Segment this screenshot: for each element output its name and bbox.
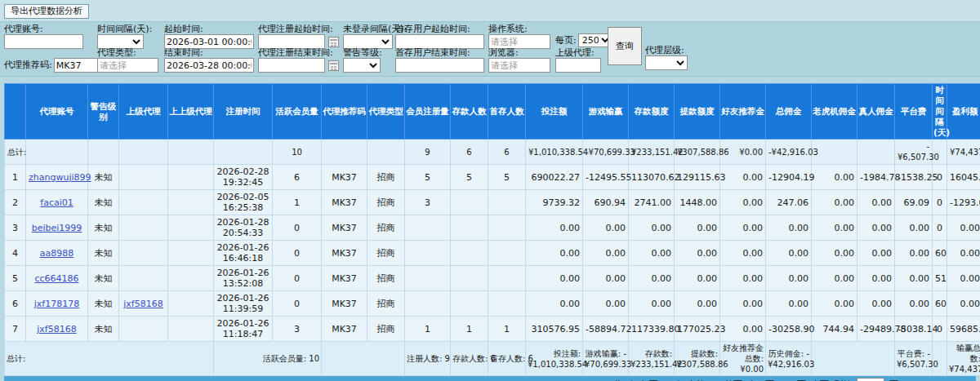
cell: 2026-02-28 19:32:45 bbox=[214, 165, 273, 190]
table-row: 1zhangwuji899未知2026-02-28 19:32:456MK37招… bbox=[5, 165, 980, 190]
goto-page-select[interactable]: 1 bbox=[857, 378, 884, 381]
cell: 未知 bbox=[88, 165, 119, 190]
per-page-label: 每页: bbox=[555, 36, 577, 46]
cell bbox=[168, 215, 214, 241]
summary-cell: 输赢总数: ¥74,437.44 bbox=[947, 342, 980, 376]
cell: 1 bbox=[405, 317, 451, 342]
summary-cell: 历史佣金: - ¥42,916.03 bbox=[766, 342, 812, 376]
cell bbox=[119, 165, 168, 190]
cell: 51 bbox=[933, 266, 947, 291]
column-header-15: 提款额度 bbox=[675, 84, 720, 140]
column-header-14: 存款额度 bbox=[629, 84, 675, 140]
cell: MK37 bbox=[322, 317, 368, 342]
cell bbox=[119, 190, 168, 215]
first-dep-end-input[interactable] bbox=[395, 58, 484, 73]
cell: 未知 bbox=[88, 241, 119, 266]
column-header-17: 总佣金 bbox=[766, 84, 812, 140]
filter-agent-reg-start: 代理注册起始时间: bbox=[258, 24, 339, 49]
end-time-label: 结束时间: bbox=[164, 48, 254, 58]
summary-cell: 存款数: ¥233,151.42 bbox=[629, 342, 675, 376]
cell: 0.00 bbox=[895, 241, 933, 266]
search-button[interactable]: 查询 bbox=[608, 27, 642, 65]
cell: 0.00 bbox=[526, 215, 583, 241]
filter-end-time: 结束时间: bbox=[164, 48, 254, 73]
column-header-0 bbox=[5, 84, 26, 140]
agent-reg-end-input[interactable] bbox=[258, 58, 325, 73]
filter-parent-agent: 上级代理: bbox=[555, 48, 601, 73]
parent-agent-input[interactable] bbox=[555, 58, 601, 73]
column-header-5: 注册时间 bbox=[214, 84, 273, 140]
cell: 2 bbox=[5, 190, 26, 215]
warn-level-select[interactable] bbox=[343, 58, 381, 73]
agent-account-link[interactable]: facai01 bbox=[40, 197, 73, 208]
cell: 0.00 bbox=[526, 241, 583, 266]
table-row: 2facai01未知2026-02-05 16:25:381MK37招商3973… bbox=[5, 190, 980, 215]
cell: 招商 bbox=[368, 291, 405, 317]
cell: 7 bbox=[5, 317, 26, 342]
cell: 0.00 bbox=[858, 266, 895, 291]
summary-cell: 提款数: ¥307,588.86 bbox=[675, 342, 720, 376]
cell: -30258.90 bbox=[766, 317, 812, 342]
cell: 16045.01 bbox=[947, 165, 980, 190]
cell: 未知 bbox=[88, 215, 119, 241]
end-time-input[interactable] bbox=[164, 58, 254, 73]
cell: 3 bbox=[405, 190, 451, 215]
cell: beibei1999 bbox=[26, 215, 88, 241]
cell: 310576.95 bbox=[526, 317, 583, 342]
cell bbox=[451, 241, 488, 266]
column-header-19: 真人佣金 bbox=[858, 84, 895, 140]
column-header-11: 首存人数 bbox=[488, 84, 526, 140]
cell: 0 bbox=[273, 241, 322, 266]
agent-account-input[interactable] bbox=[4, 34, 83, 49]
filter-browser: 浏览器: bbox=[488, 48, 550, 73]
summary-cell bbox=[933, 342, 947, 376]
agent-account-link[interactable]: jxf58168 bbox=[123, 299, 163, 309]
cell: 9 bbox=[405, 140, 451, 165]
summary-cell: 好友推荐金总数: ¥0.00 bbox=[720, 342, 766, 376]
cell: 2026-01-26 11:18:47 bbox=[214, 317, 273, 342]
cell: 10 bbox=[273, 140, 322, 165]
cell bbox=[168, 317, 214, 342]
agent-account-link[interactable]: beibei1999 bbox=[32, 223, 82, 233]
agent-data-table: 代理账号警告级别上级代理上上级代理注册时间活跃会员量代理推荐码代理类型会员注册量… bbox=[4, 83, 980, 376]
cell: 2026-01-26 11:39:59 bbox=[214, 291, 273, 317]
browser-input[interactable] bbox=[488, 58, 550, 73]
browser-label: 浏览器: bbox=[488, 48, 550, 58]
column-header-10: 存款人数 bbox=[451, 84, 488, 140]
cell: 2026-01-28 20:54:33 bbox=[214, 215, 273, 241]
table-row: 3beibei1999未知2026-01-28 20:54:330MK37招商0… bbox=[5, 215, 980, 241]
filter-start-time: 起始时间: bbox=[164, 24, 254, 49]
agent-level-select[interactable] bbox=[645, 55, 688, 70]
agent-type-input[interactable] bbox=[97, 58, 158, 73]
cell: 0.00 bbox=[766, 291, 812, 317]
summary-cell: 游戏输赢: - ¥70,699.33 bbox=[583, 342, 629, 376]
cell: 0.00 bbox=[858, 241, 895, 266]
cell: 0.00 bbox=[583, 241, 629, 266]
agent-account-link[interactable]: aa8988 bbox=[40, 248, 74, 259]
cell: 0 bbox=[933, 190, 947, 215]
cell: -5038.14 bbox=[895, 317, 933, 342]
cell: -12904.19 bbox=[766, 165, 812, 190]
filter-first-dep-start: 首存用户起始时间: bbox=[395, 24, 484, 49]
cell bbox=[88, 140, 119, 165]
cell bbox=[451, 291, 488, 317]
cell bbox=[405, 266, 451, 291]
top-bar: 导出代理数据分析 bbox=[0, 0, 980, 21]
agent-account-link[interactable]: zhangwuji899 bbox=[29, 172, 91, 183]
cell: 0.00 bbox=[629, 291, 675, 317]
cell: 0.00 bbox=[720, 317, 766, 342]
os-label: 操作系统: bbox=[488, 24, 550, 34]
calendar-icon[interactable] bbox=[328, 37, 339, 47]
agent-account-link[interactable]: cc664186 bbox=[34, 273, 78, 284]
cell: 招商 bbox=[368, 190, 405, 215]
calendar-icon[interactable] bbox=[328, 60, 339, 71]
agent-account-link[interactable]: jxf58168 bbox=[37, 324, 76, 334]
cell: ¥307,588.86 bbox=[675, 140, 720, 165]
cell: 1 bbox=[273, 190, 322, 215]
export-button[interactable]: 导出代理数据分析 bbox=[4, 4, 89, 19]
agent-account-link[interactable]: jxf178178 bbox=[34, 299, 79, 309]
column-header-6: 活跃会员量 bbox=[273, 84, 322, 140]
summary-bottom-row: 总计:活跃会员量: 10注册人数: 9存款人数: 6首存人数: 6投注额: ¥1… bbox=[5, 342, 980, 376]
cell bbox=[322, 140, 368, 165]
column-header-4: 上上级代理 bbox=[168, 84, 214, 140]
